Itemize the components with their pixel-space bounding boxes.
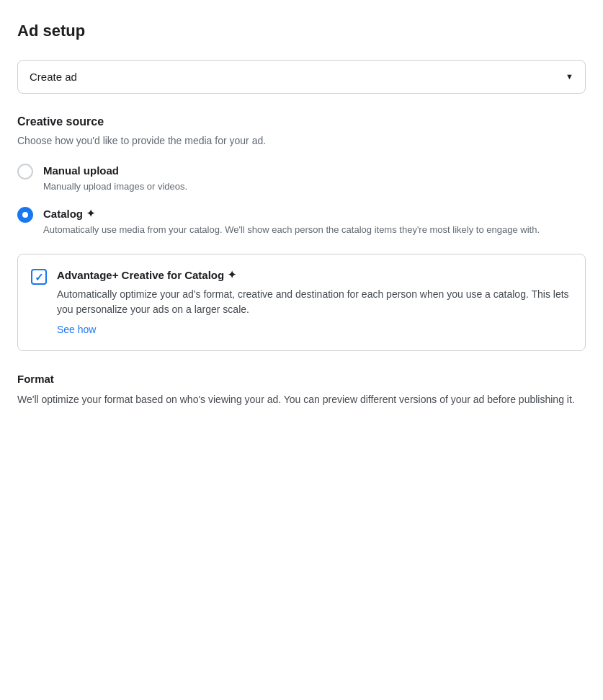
creative-source-radio-group: Manual upload Manually upload images or … xyxy=(17,163,586,236)
creative-source-section: Creative source Choose how you'd like to… xyxy=(17,114,586,236)
page-title: Ad setup xyxy=(17,20,586,43)
manual-upload-option[interactable]: Manual upload Manually upload images or … xyxy=(17,163,586,193)
creative-source-description: Choose how you'd like to provide the med… xyxy=(17,134,586,149)
format-title: Format xyxy=(17,371,586,386)
catalog-content: Catalog ✦ Automatically use media from y… xyxy=(43,206,540,236)
manual-upload-radio[interactable] xyxy=(17,164,33,180)
advantage-creative-checkbox[interactable]: ✓ xyxy=(31,269,47,285)
catalog-sublabel: Automatically use media from your catalo… xyxy=(43,223,540,236)
advantage-creative-content: Advantage+ Creative for Catalog ✦ Automa… xyxy=(57,267,572,337)
dropdown-selected-value: Create ad xyxy=(30,69,77,84)
advantage-sparkle-icon: ✦ xyxy=(228,268,236,283)
advantage-creative-description: Automatically optimize your ad's format,… xyxy=(57,287,572,317)
create-ad-dropdown[interactable]: Create ad ▼ xyxy=(17,60,586,94)
see-how-link[interactable]: See how xyxy=(57,323,572,337)
manual-upload-label: Manual upload xyxy=(43,163,187,178)
format-description: We'll optimize your format based on who'… xyxy=(17,392,586,408)
catalog-radio[interactable] xyxy=(17,207,33,223)
manual-upload-sublabel: Manually upload images or videos. xyxy=(43,180,187,193)
dropdown-arrow-icon: ▼ xyxy=(566,71,573,82)
catalog-option[interactable]: Catalog ✦ Automatically use media from y… xyxy=(17,206,586,236)
checkmark-icon: ✓ xyxy=(35,272,44,283)
manual-upload-content: Manual upload Manually upload images or … xyxy=(43,163,187,193)
creative-source-label: Creative source xyxy=(17,114,586,130)
catalog-label: Catalog ✦ xyxy=(43,206,540,221)
advantage-creative-title: Advantage+ Creative for Catalog ✦ xyxy=(57,267,572,283)
create-ad-dropdown-wrapper: Create ad ▼ xyxy=(17,60,586,94)
format-section: Format We'll optimize your format based … xyxy=(17,371,586,408)
advantage-creative-section: ✓ Advantage+ Creative for Catalog ✦ Auto… xyxy=(17,254,586,351)
catalog-sparkle-icon: ✦ xyxy=(86,207,95,221)
